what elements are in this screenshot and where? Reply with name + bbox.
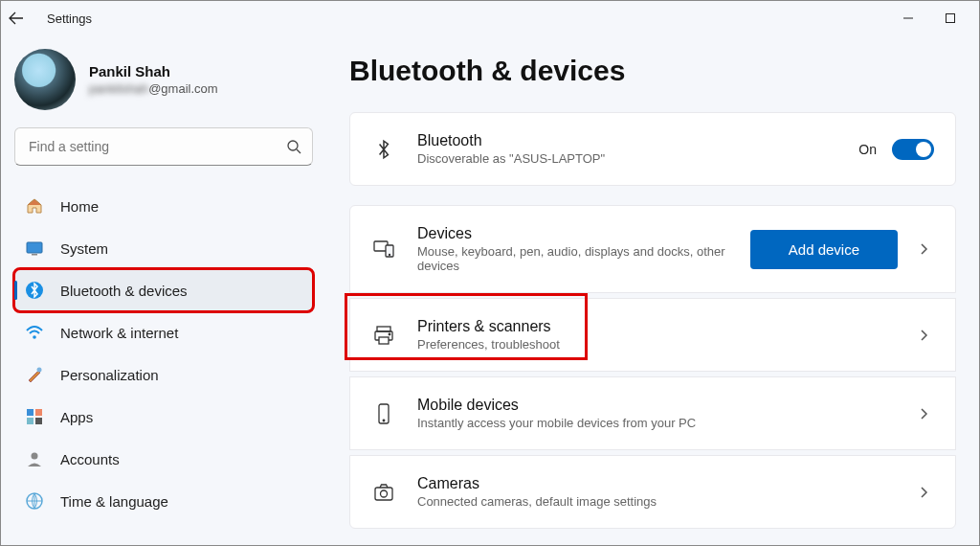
sidebar-item-label: Bluetooth & devices [60, 283, 188, 299]
profile-email-hidden: pankilshah [89, 81, 148, 96]
svg-rect-13 [35, 418, 42, 424]
bluetooth-toggle[interactable] [892, 139, 934, 160]
system-icon [24, 238, 45, 259]
svg-point-8 [33, 335, 36, 339]
svg-rect-10 [27, 409, 33, 416]
paintbrush-icon [24, 364, 45, 385]
svg-rect-4 [27, 242, 42, 253]
search-container [14, 127, 313, 166]
accounts-icon [24, 448, 45, 469]
sidebar-item-label: System [60, 240, 108, 257]
sidebar-item-apps[interactable]: Apps [14, 396, 313, 438]
sidebar-item-label: Network & internet [60, 325, 178, 341]
nav-list: Home System Bluetooth & devices Network … [14, 185, 313, 522]
sidebar-item-time-language[interactable]: Time & language [14, 480, 313, 522]
svg-rect-11 [35, 409, 42, 416]
svg-rect-25 [375, 488, 392, 500]
svg-point-18 [390, 255, 390, 256]
sidebar-item-label: Time & language [60, 493, 168, 510]
chevron-right-icon[interactable] [913, 329, 934, 342]
sidebar-item-personalization[interactable]: Personalization [14, 353, 313, 396]
profile-block[interactable]: Pankil Shah pankilshah@gmail.com [14, 49, 313, 110]
bluetooth-icon [371, 137, 396, 162]
sidebar-item-label: Personalization [60, 367, 159, 383]
svg-point-26 [381, 490, 388, 497]
globe-icon [24, 490, 45, 512]
devices-card[interactable]: Devices Mouse, keyboard, pen, audio, dis… [349, 205, 956, 293]
home-icon [24, 195, 45, 216]
titlebar: Settings [1, 1, 979, 35]
phone-icon [371, 401, 396, 426]
sidebar: Pankil Shah pankilshah@gmail.com Home Sy… [1, 35, 326, 545]
sidebar-item-network[interactable]: Network & internet [14, 311, 313, 353]
printer-icon [371, 323, 396, 348]
bluetooth-icon [24, 280, 45, 301]
maximize-button[interactable] [929, 5, 971, 32]
sidebar-item-label: Apps [60, 409, 93, 425]
svg-rect-6 [32, 254, 37, 256]
back-button[interactable] [9, 11, 39, 26]
svg-point-22 [389, 333, 390, 335]
sidebar-item-home[interactable]: Home [14, 185, 313, 227]
printers-subtitle: Preferences, troubleshoot [417, 337, 892, 352]
svg-point-14 [32, 453, 38, 460]
sidebar-item-bluetooth-devices[interactable]: Bluetooth & devices [14, 269, 313, 311]
chevron-right-icon[interactable] [913, 407, 934, 421]
bluetooth-toggle-label: On [858, 142, 877, 157]
chevron-right-icon[interactable] [913, 242, 934, 256]
sidebar-item-accounts[interactable]: Accounts [14, 438, 313, 480]
minimize-button[interactable] [887, 5, 929, 32]
cameras-subtitle: Connected cameras, default image setting… [417, 494, 892, 509]
printers-title: Printers & scanners [417, 318, 892, 335]
main-content: Bluetooth & devices Bluetooth Discoverab… [326, 35, 979, 545]
bluetooth-title: Bluetooth [417, 132, 837, 149]
cameras-title: Cameras [417, 475, 892, 492]
printers-scanners-card[interactable]: Printers & scanners Preferences, trouble… [349, 298, 956, 372]
bluetooth-card[interactable]: Bluetooth Discoverable as "ASUS-LAPTOP" … [349, 112, 956, 186]
sidebar-item-system[interactable]: System [14, 227, 313, 269]
svg-rect-21 [379, 337, 389, 344]
devices-icon [371, 237, 396, 262]
chevron-right-icon[interactable] [913, 486, 934, 499]
mobile-devices-card[interactable]: Mobile devices Instantly access your mob… [349, 376, 956, 450]
profile-name: Pankil Shah [89, 63, 218, 80]
svg-point-9 [37, 368, 42, 373]
svg-rect-12 [27, 418, 33, 424]
svg-point-2 [288, 141, 298, 150]
page-title: Bluetooth & devices [349, 55, 956, 87]
wifi-icon [24, 322, 45, 343]
cameras-card[interactable]: Cameras Connected cameras, default image… [349, 455, 956, 529]
svg-line-3 [297, 149, 301, 153]
svg-rect-19 [377, 327, 390, 331]
search-icon [286, 139, 301, 154]
bluetooth-subtitle: Discoverable as "ASUS-LAPTOP" [417, 151, 837, 166]
svg-rect-1 [947, 14, 955, 23]
mobile-title: Mobile devices [417, 397, 892, 414]
svg-point-24 [383, 420, 385, 421]
devices-title: Devices [417, 225, 729, 242]
mobile-subtitle: Instantly access your mobile devices fro… [417, 416, 892, 430]
window-title: Settings [47, 11, 92, 26]
sidebar-item-label: Home [60, 198, 99, 215]
search-input[interactable] [14, 127, 313, 166]
camera-icon [371, 480, 396, 505]
sidebar-item-label: Accounts [60, 451, 120, 467]
devices-subtitle: Mouse, keyboard, pen, audio, displays an… [417, 244, 729, 273]
apps-icon [24, 406, 45, 427]
profile-email-domain: @gmail.com [148, 81, 217, 96]
add-device-button[interactable]: Add device [750, 230, 898, 269]
avatar [14, 49, 76, 110]
